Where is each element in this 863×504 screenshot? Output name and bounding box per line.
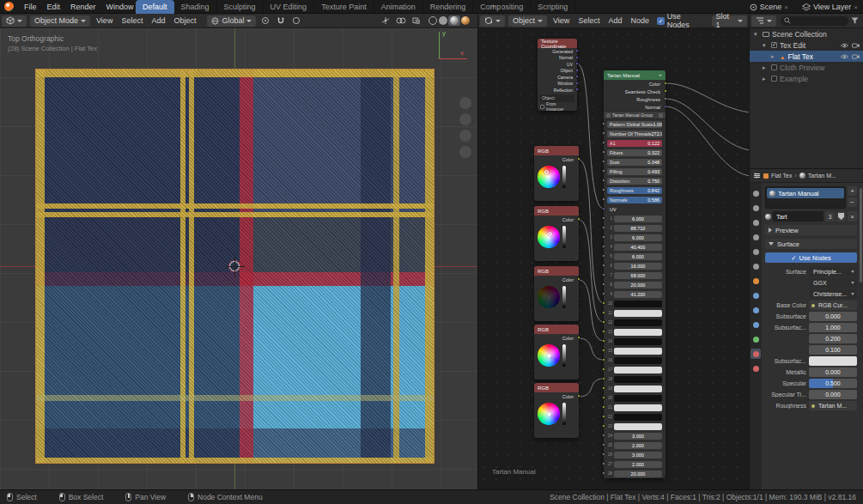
pivot-point-button[interactable] xyxy=(258,15,272,27)
property-control[interactable]: 0.200 xyxy=(809,334,857,343)
breadcrumb-material[interactable]: Tartan M... xyxy=(808,173,836,179)
property-control[interactable] xyxy=(809,356,857,366)
value-slider[interactable] xyxy=(562,226,566,248)
node-rgb[interactable]: RGB Color xyxy=(534,383,579,438)
unlink-button[interactable]: × xyxy=(848,211,857,222)
menubar-item[interactable]: Edit xyxy=(42,3,66,11)
input-socket[interactable] xyxy=(602,358,605,361)
expand-arrow-icon[interactable]: ▾ xyxy=(754,31,760,38)
color-wheel[interactable] xyxy=(538,403,560,425)
node-input-row[interactable]: 17 xyxy=(604,365,665,374)
node-input-row[interactable]: 11 xyxy=(604,308,665,318)
node-rgb[interactable]: RGB Color xyxy=(534,325,579,380)
node-texture-coordinate[interactable]: Texture Coordinate Generated Normal xyxy=(538,39,577,111)
input-socket[interactable] xyxy=(602,122,605,125)
expand-arrow-icon[interactable]: ▸ xyxy=(763,76,769,82)
outliner-search-input[interactable] xyxy=(781,16,848,26)
viewport-menu-item[interactable]: Select xyxy=(117,16,147,25)
eye-icon[interactable] xyxy=(841,54,848,59)
property-control[interactable]: 0.000 xyxy=(809,367,857,377)
scene-icon[interactable] xyxy=(751,246,761,257)
texture-icon[interactable] xyxy=(751,363,761,373)
workspace-tab[interactable]: Scripting xyxy=(531,0,575,14)
scene-selector[interactable]: Scene × xyxy=(750,3,788,11)
users-count-button[interactable]: 3 xyxy=(825,211,835,222)
property-control[interactable]: Principle... xyxy=(809,267,857,276)
input-socket[interactable] xyxy=(602,396,605,399)
row-type-icon[interactable] xyxy=(771,42,777,48)
shading-solid-icon[interactable] xyxy=(439,16,447,25)
node-input-row[interactable]: 28 20.000 xyxy=(604,469,665,478)
modifiers-icon[interactable] xyxy=(751,290,761,301)
input-socket[interactable] xyxy=(602,424,605,428)
outliner-row[interactable]: ▾ Tex Edit xyxy=(750,39,863,51)
node-input-row[interactable]: 14 xyxy=(604,337,665,346)
shading-rendered-icon[interactable] xyxy=(461,16,470,25)
property-control[interactable]: 0.000 xyxy=(809,390,857,399)
row-type-icon[interactable] xyxy=(771,76,777,82)
color-wheel[interactable] xyxy=(538,344,560,367)
workspace-tab[interactable]: Shading xyxy=(174,0,217,14)
input-socket[interactable] xyxy=(602,188,605,191)
output-socket[interactable] xyxy=(577,336,580,339)
input-socket[interactable] xyxy=(602,207,605,210)
workspace-tab[interactable]: Sculpting xyxy=(217,0,264,14)
node-input-row[interactable]: Dust 0.348 xyxy=(604,157,665,167)
input-socket[interactable] xyxy=(602,235,605,239)
property-control[interactable]: 0.500 xyxy=(809,379,857,388)
outliner-row[interactable]: ▸ Flat Tex xyxy=(750,51,863,62)
input-socket[interactable] xyxy=(602,386,605,390)
slot-dropdown[interactable]: Slot 1 xyxy=(712,15,747,27)
input-socket[interactable] xyxy=(602,254,605,258)
editor-type-button[interactable] xyxy=(751,15,776,27)
output-socket[interactable] xyxy=(575,88,579,91)
breadcrumb-object[interactable]: Flat Tex xyxy=(771,173,792,179)
node-input-row[interactable]: 2 88.710 xyxy=(604,223,665,233)
panel-surface[interactable]: Surface xyxy=(765,239,857,249)
node-input-row[interactable]: 22 xyxy=(604,412,665,422)
node-input-row[interactable]: 7 68.000 xyxy=(604,270,665,280)
editor-type-button[interactable] xyxy=(2,15,27,27)
input-socket[interactable] xyxy=(602,226,605,229)
node-input-row[interactable]: 26 3.000 xyxy=(604,450,665,459)
node-input-row[interactable]: 9 41.200 xyxy=(604,289,665,299)
input-socket[interactable] xyxy=(602,349,605,352)
node-input-row[interactable]: Number Of Threads 272.000 xyxy=(604,129,665,138)
scrollbar[interactable] xyxy=(860,188,862,282)
node-input-row[interactable]: 20 xyxy=(604,393,665,403)
output-socket[interactable] xyxy=(575,56,579,59)
menubar-item[interactable]: Render xyxy=(65,3,101,11)
nav-zoom-icon[interactable] xyxy=(459,113,471,125)
input-socket[interactable] xyxy=(602,471,605,475)
output-socket[interactable] xyxy=(664,89,667,93)
node-input-row[interactable]: Fibers 0.322 xyxy=(604,148,665,157)
input-socket[interactable] xyxy=(602,179,605,182)
node-input-row[interactable]: 15 xyxy=(604,346,665,355)
node-input-row[interactable]: 18 xyxy=(604,374,665,384)
node-input-row[interactable]: 8 20.000 xyxy=(604,280,665,289)
shader-type-dropdown[interactable]: Object xyxy=(508,15,547,27)
input-socket[interactable] xyxy=(602,141,605,144)
view-layer-selector[interactable]: View Layer × xyxy=(802,3,858,11)
nav-orbit-icon[interactable] xyxy=(459,97,471,109)
world-icon[interactable] xyxy=(751,261,761,271)
viewport-menu-item[interactable]: Add xyxy=(147,16,169,25)
menubar-item[interactable]: File xyxy=(19,3,42,11)
input-socket[interactable] xyxy=(602,169,605,173)
value-slider[interactable] xyxy=(562,403,566,425)
input-socket[interactable] xyxy=(602,367,605,371)
color-wheel[interactable] xyxy=(538,226,560,248)
node-rgb[interactable]: RGB Color xyxy=(534,266,579,321)
node-input-row[interactable]: 25 2.000 xyxy=(604,440,665,450)
node-input-row[interactable]: Normals 0.586 xyxy=(604,195,665,204)
output-socket[interactable] xyxy=(664,97,667,100)
input-socket[interactable] xyxy=(602,434,605,437)
input-socket[interactable] xyxy=(602,452,605,456)
blender-logo-icon[interactable] xyxy=(4,2,14,11)
from-instancer-checkbox[interactable]: From Instancer xyxy=(538,103,577,111)
node-input-row[interactable]: 19 xyxy=(604,384,665,393)
physics-icon[interactable] xyxy=(751,319,761,330)
output-socket[interactable] xyxy=(577,157,580,161)
show-gizmo-button[interactable] xyxy=(379,15,392,27)
shader-node-editor[interactable]: Texture Coordinate Generated Normal xyxy=(477,28,749,489)
